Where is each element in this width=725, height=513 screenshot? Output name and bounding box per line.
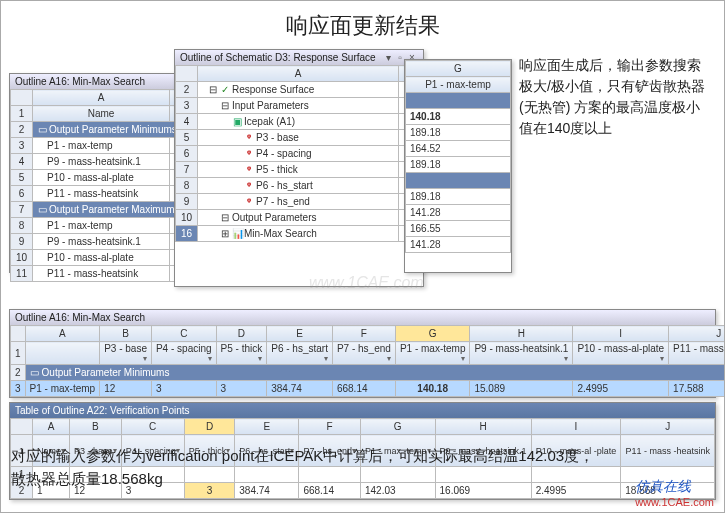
table-row[interactable]: 6P11 - mass-heatsink9 — [11, 186, 196, 202]
table-row[interactable]: 5P10 - mass-al-plate9 — [11, 170, 196, 186]
table-row: 166.55 — [406, 221, 511, 237]
param-icon: ᵠ — [244, 132, 254, 143]
col-header[interactable]: P7 - hs_end▾ — [332, 342, 395, 365]
watermark: 仿真在线 www.1CAE.com — [635, 478, 714, 508]
minmax-icon: 📊 — [232, 228, 242, 239]
table-row: 189.18 — [406, 157, 511, 173]
mid-outline-title: Outline A16: Min-Max Search — [10, 310, 715, 325]
tree-row[interactable]: 2⊟✓Response Surface — [176, 82, 423, 98]
col-header[interactable]: P4 - spacing▾ — [151, 342, 216, 365]
param-icon: ᵠ — [244, 148, 254, 159]
table-row: 141.28 — [406, 237, 511, 253]
param-icon: ᵠ — [244, 196, 254, 207]
expand-icon[interactable]: ⊞ — [220, 228, 230, 239]
table-row[interactable]: 3P1 - max-temp12 — [11, 138, 196, 154]
pane-mid-outline: Outline A16: Min-Max Search ABCDEFGHIJ1P… — [9, 309, 716, 398]
col-header[interactable] — [25, 342, 100, 365]
col-G: G — [406, 61, 511, 77]
table-row: 164.52 — [406, 141, 511, 157]
tree-row[interactable]: 7ᵠP5 - thick — [176, 162, 423, 178]
col-header[interactable]: P9 - mass-heatsink.1▾ — [470, 342, 573, 365]
tree-row[interactable]: 3⊟Input Parameters — [176, 98, 423, 114]
param-icon: ᵠ — [244, 180, 254, 191]
table-row[interactable]: 3P1 - max-temp1233384.74668.14140.1815.0… — [11, 381, 726, 397]
expand-icon[interactable]: ⊟ — [220, 212, 230, 223]
side-note-top: 响应面生成后，输出参数搜索极大/极小值，只有铲齿散热器 (无热管) 方案的最高温… — [519, 55, 714, 139]
check-icon: ✓ — [220, 84, 230, 95]
table-row[interactable]: 10P10 - mass-al-plate9 — [11, 250, 196, 266]
table-row: 140.18 — [406, 109, 511, 125]
tab-icon[interactable]: ▾ — [382, 52, 394, 63]
table-row[interactable]: 4P9 - mass-heatsink.13 — [11, 154, 196, 170]
page-title: 响应面更新结果 — [1, 1, 724, 49]
pane-response-surface: Outline of Schematic D3: Response Surfac… — [174, 49, 424, 287]
tree-row[interactable]: 4▣Icepak (A1) — [176, 114, 423, 130]
col-header[interactable]: P11 - mass-heatsink▾ — [669, 342, 725, 365]
table-row: 141.28 — [406, 205, 511, 221]
table-row[interactable]: 9P9 - mass-heatsink.112 — [11, 234, 196, 250]
tree-row[interactable]: 8ᵠP6 - hs_start — [176, 178, 423, 194]
tree-row[interactable]: 9ᵠP7 - hs_end — [176, 194, 423, 210]
pane-right-slice: G P1 - max-temp 140.18189.18164.52189.18… — [404, 59, 512, 273]
tree-row[interactable]: 5ᵠP3 - base — [176, 130, 423, 146]
col-header[interactable]: P3 - base▾ — [100, 342, 152, 365]
table-row[interactable]: 8P1 - max-temp9 — [11, 218, 196, 234]
table-row: 189.18 — [406, 125, 511, 141]
pane-left-title: Outline A16: Min-Max Search — [10, 74, 196, 89]
expand-icon[interactable]: ⊟ — [220, 100, 230, 111]
verif-title: Table of Outline A22: Verification Point… — [10, 403, 715, 418]
col-header[interactable]: 1 — [11, 342, 26, 365]
col-header[interactable]: P11 - mass -heatsink — [621, 435, 715, 467]
icepak-icon: ▣ — [232, 116, 242, 127]
bottom-note: 对应的输入参数作为verification point在ICEPAK中计算后，可… — [11, 445, 604, 490]
pane-minmax-left: Outline A16: Min-Max Search AB 1NameP3 2… — [9, 73, 197, 273]
col-header[interactable]: P10 - mass-al-plate▾ — [573, 342, 669, 365]
param-icon: ᵠ — [244, 164, 254, 175]
table-row[interactable]: 11P11 - mass-heatsink9 — [11, 266, 196, 282]
col-header[interactable]: P6 - hs_start▾ — [267, 342, 333, 365]
tree-row[interactable]: 10⊟Output Parameters — [176, 210, 423, 226]
col-header[interactable]: P5 - thick▾ — [216, 342, 267, 365]
col-header[interactable]: P1 - max-temp▾ — [395, 342, 470, 365]
tree-row[interactable]: 6ᵠP4 - spacing — [176, 146, 423, 162]
tree-row[interactable]: 16⊞📊Min-Max Search — [176, 226, 423, 242]
pane-mid-title: Outline of Schematic D3: Response Surfac… — [175, 50, 423, 65]
table-row: 189.18 — [406, 189, 511, 205]
expand-icon[interactable]: ⊟ — [208, 84, 218, 95]
